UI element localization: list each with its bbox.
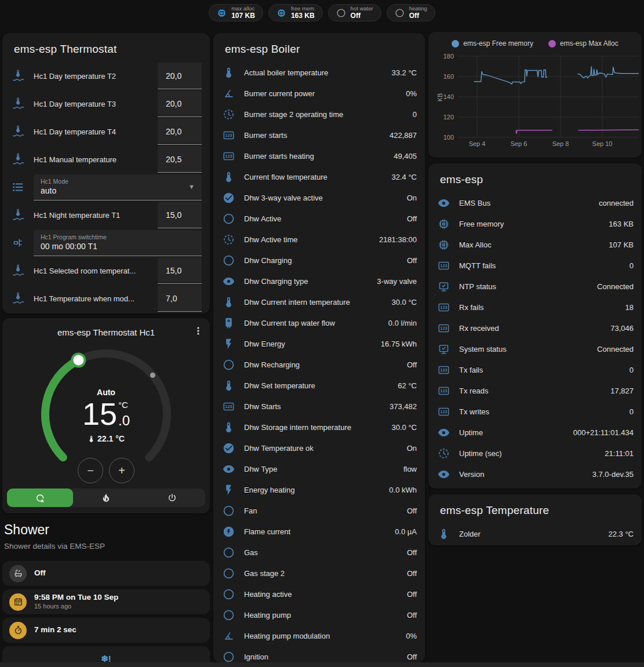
entity-label: Heating pump modulation bbox=[244, 632, 330, 640]
entity-label: Ignition bbox=[244, 653, 268, 661]
entity-value: 18 bbox=[625, 303, 634, 312]
entity-row[interactable]: Uptime 000+21:11:01.434 bbox=[428, 422, 642, 443]
entity-row[interactable]: Hc1 Program switchtime 00 mo 00:00 T1 bbox=[2, 229, 210, 257]
hvac-mode-button[interactable] bbox=[7, 489, 73, 507]
entity-row[interactable]: Dhw Type flow bbox=[213, 458, 425, 479]
entity-value: Off bbox=[407, 548, 417, 557]
glance-pill[interactable]: heating Off bbox=[387, 4, 435, 21]
entity-value: On bbox=[407, 194, 417, 202]
entity-row[interactable]: Gas stage 2 Off bbox=[213, 563, 425, 584]
entity-label: Gas bbox=[244, 548, 258, 557]
entity-row[interactable]: Hc1 Day temperature T3 20,0 bbox=[2, 90, 210, 118]
entity-row[interactable]: Dhw Starts 373,482 bbox=[213, 396, 425, 417]
entity-row[interactable]: Tx writes 0 bbox=[428, 401, 642, 422]
number-input[interactable]: 7,0 bbox=[158, 285, 202, 312]
entity-row[interactable]: Uptime (sec) 21:11:01 bbox=[428, 443, 642, 464]
number-input[interactable]: 20,0 bbox=[158, 63, 202, 89]
entity-row[interactable]: Burner starts 422,887 bbox=[213, 125, 425, 145]
entity-row[interactable]: Dhw Set temperature 62 °C bbox=[213, 375, 425, 396]
counter-icon bbox=[438, 301, 450, 314]
entity-value: 0 bbox=[630, 366, 634, 374]
entity-row[interactable]: Dhw Current intern temperature 30.0 °C bbox=[213, 291, 425, 312]
entity-row[interactable]: Hc1 Mode auto ▼ bbox=[2, 173, 210, 201]
entity-row[interactable]: Zolder 22.3 °C bbox=[428, 523, 642, 544]
number-input[interactable]: 20,5 bbox=[158, 146, 202, 173]
entity-row[interactable]: Rx fails 18 bbox=[428, 297, 642, 318]
hvac-mode-button[interactable] bbox=[73, 489, 139, 507]
entity-row[interactable]: Free memory 163 KB bbox=[428, 213, 642, 234]
shower-tile[interactable]: 7 min 2 sec bbox=[2, 618, 210, 643]
entity-row[interactable]: Dhw Active Off bbox=[213, 208, 425, 229]
entity-row[interactable]: Version 3.7.0-dev.35 bbox=[428, 464, 642, 484]
counter-icon bbox=[438, 260, 450, 272]
entity-row[interactable]: Dhw Energy 16.75 kWh bbox=[213, 333, 425, 354]
entity-row[interactable]: Ignition Off bbox=[213, 646, 425, 662]
entity-row[interactable]: Burner starts heating 49,405 bbox=[213, 145, 425, 166]
pill-value: 163 KB bbox=[291, 12, 315, 20]
entity-row[interactable]: Dhw Recharging Off bbox=[213, 354, 425, 375]
valve-icon bbox=[12, 236, 24, 249]
glance-pill-bar: max alloc 107 KB free mem 163 KB hot wat… bbox=[0, 4, 644, 21]
shower-section-header: Shower Shower details via EMS-ESP bbox=[4, 522, 105, 551]
entity-row[interactable]: Heating active Off bbox=[213, 584, 425, 604]
entity-row[interactable]: Rx received 73,046 bbox=[428, 318, 642, 338]
entity-row[interactable]: Dhw 3-way valve active On bbox=[213, 187, 425, 208]
hvac-mode-button[interactable] bbox=[139, 489, 205, 507]
entity-row[interactable]: Dhw Charging type 3-way valve bbox=[213, 271, 425, 291]
entity-row[interactable]: Heating pump Off bbox=[213, 604, 425, 625]
number-input[interactable]: 15,0 bbox=[158, 257, 202, 284]
entity-row[interactable]: Fan Off bbox=[213, 500, 425, 521]
entity-row[interactable]: Actual boiler temperature 33.2 °C bbox=[213, 62, 425, 83]
entity-row[interactable]: Energy heating 0.0 kWh bbox=[213, 479, 425, 500]
glance-pill[interactable]: hot water Off bbox=[328, 4, 381, 21]
entity-row[interactable]: Dhw Active time 2181:38:00 bbox=[213, 229, 425, 250]
shower-tile[interactable]: Off bbox=[2, 561, 210, 586]
entity-row[interactable]: Burner stage 2 operating time 0 bbox=[213, 104, 425, 125]
select-input[interactable]: Hc1 Mode auto ▼ bbox=[34, 174, 202, 201]
entity-row[interactable]: Current flow temperature 32.4 °C bbox=[213, 166, 425, 187]
entity-row[interactable]: Burner current power 0% bbox=[213, 83, 425, 104]
entity-row[interactable]: MQTT fails 0 bbox=[428, 255, 642, 276]
entity-row[interactable]: Flame current 0.0 µA bbox=[213, 521, 425, 542]
entity-row[interactable]: EMS Bus connected bbox=[428, 192, 642, 213]
entity-row[interactable]: Hc1 Manual temperature 20,5 bbox=[2, 145, 210, 173]
counter-icon bbox=[438, 364, 450, 376]
memory-chart: 100120140160180Sep 4Sep 6Sep 8Sep 10KB bbox=[428, 32, 642, 155]
shower-tile[interactable]: 9:58 PM on Tue 10 Sep 15 hours ago bbox=[2, 589, 210, 614]
entity-row[interactable]: Hc1 Selected room temperat... 15,0 bbox=[2, 257, 210, 285]
entity-label: Max Alloc bbox=[459, 240, 492, 249]
circle-icon bbox=[223, 254, 235, 267]
decrease-temp-button[interactable]: − bbox=[78, 458, 103, 483]
glance-pill[interactable]: max alloc 107 KB bbox=[209, 4, 263, 21]
counter-icon bbox=[223, 150, 235, 162]
entity-row[interactable]: Hc1 Temperature when mod... 7,0 bbox=[2, 285, 210, 312]
increase-temp-button[interactable]: + bbox=[109, 458, 134, 483]
entity-row[interactable]: Dhw Storage intern temperature 30.0 °C bbox=[213, 417, 425, 438]
number-input[interactable]: 20,0 bbox=[158, 90, 202, 117]
entity-row[interactable]: Hc1 Day temperature T4 20,0 bbox=[2, 118, 210, 145]
entity-row[interactable]: Tx fails 0 bbox=[428, 359, 642, 380]
entity-row[interactable]: Max Alloc 107 KB bbox=[428, 234, 642, 255]
text-input[interactable]: Hc1 Program switchtime 00 mo 00:00 T1 bbox=[34, 230, 202, 256]
entity-row[interactable]: Gas Off bbox=[213, 542, 425, 563]
entity-row[interactable]: Hc1 Day temperature T2 20,0 bbox=[2, 62, 210, 90]
entity-row[interactable]: Dhw Charging Off bbox=[213, 250, 425, 271]
water-boiler-icon bbox=[223, 317, 235, 329]
entity-row[interactable]: Heating pump modulation 0% bbox=[213, 625, 425, 646]
pill-value: Off bbox=[409, 12, 427, 20]
list-icon bbox=[12, 181, 24, 194]
entity-row[interactable]: System status Connected bbox=[428, 338, 642, 359]
entity-row[interactable]: Dhw Temperature ok On bbox=[213, 438, 425, 458]
entity-row[interactable]: Dhw Current tap water flow 0.0 l/min bbox=[213, 312, 425, 333]
check-circle-icon bbox=[223, 192, 235, 204]
pill-label: heating bbox=[409, 6, 427, 12]
counter-icon bbox=[438, 406, 450, 418]
entity-row[interactable]: Tx reads 17,827 bbox=[428, 380, 642, 401]
entity-row[interactable]: Hc1 Night temperature T1 15,0 bbox=[2, 201, 210, 229]
number-input[interactable]: 20,0 bbox=[158, 118, 202, 145]
entity-row[interactable]: NTP status Connected bbox=[428, 276, 642, 297]
current-temp-marker bbox=[150, 373, 155, 378]
number-input[interactable]: 15,0 bbox=[158, 202, 202, 228]
glance-pill[interactable]: free mem 163 KB bbox=[268, 4, 323, 21]
entity-label: Free memory bbox=[459, 220, 504, 228]
